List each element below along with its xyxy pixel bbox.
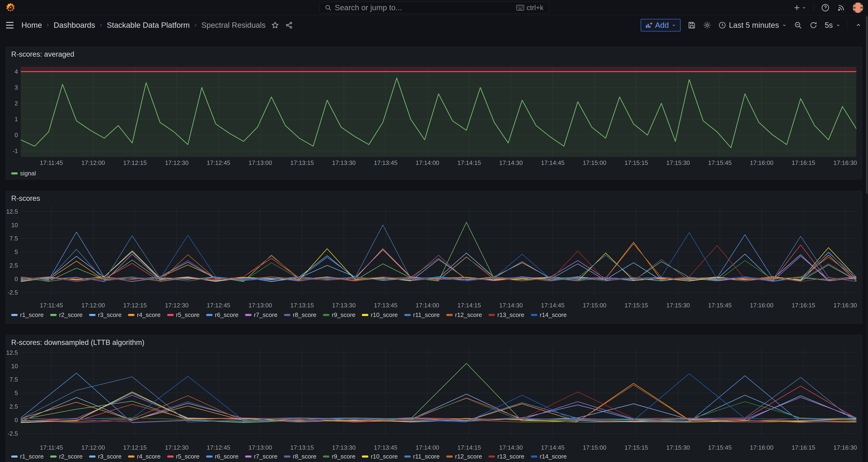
share-dashboard-button[interactable]: [285, 21, 293, 29]
refresh-button[interactable]: [809, 21, 818, 29]
zoom-out-icon: [794, 21, 802, 29]
legend-item-r5_score[interactable]: r5_score: [167, 453, 199, 460]
legend-item-r2_score[interactable]: r2_score: [50, 311, 83, 318]
legend-swatch: [245, 456, 252, 458]
x-axis-label: 17:13:45: [368, 302, 403, 309]
save-icon: [687, 21, 696, 29]
plot-area[interactable]: [21, 207, 856, 295]
dashboard-toolbar-row: Home Dashboards Stackable Data Platform …: [0, 16, 868, 35]
legend-item-r8_score[interactable]: r8_score: [284, 311, 316, 318]
legend-item-r11_score[interactable]: r11_score: [404, 453, 440, 460]
x-axis-label: 17:14:30: [494, 444, 529, 451]
x-axis-label: 17:12:00: [76, 159, 111, 166]
legend-item-r8_score[interactable]: r8_score: [284, 453, 316, 460]
legend-item-r10_score[interactable]: r10_score: [362, 453, 398, 460]
legend-item-r4_score[interactable]: r4_score: [128, 453, 160, 460]
legend-item-r13_score[interactable]: r13_score: [489, 453, 524, 460]
collapse-toolbar-button[interactable]: [855, 22, 862, 29]
x-axis-label: 17:15:45: [703, 444, 738, 451]
save-dashboard-button[interactable]: [687, 21, 696, 29]
chevron-down-icon: [782, 23, 787, 28]
legend-item-r14_score[interactable]: r14_score: [531, 453, 567, 460]
legend-item-r14_score[interactable]: r14_score: [531, 311, 567, 318]
legend-label: r11_score: [413, 311, 440, 318]
legend-label: r14_score: [540, 453, 567, 460]
legend-swatch: [284, 456, 290, 458]
legend-item-r9_score[interactable]: r9_score: [323, 311, 355, 318]
legend-item-r3_score[interactable]: r3_score: [89, 311, 121, 318]
legend-label: r6_score: [215, 311, 239, 318]
time-range-picker[interactable]: Last 5 minutes: [718, 21, 787, 30]
legend-swatch: [11, 456, 18, 458]
news-button[interactable]: [837, 3, 846, 12]
y-axis-label: 0: [6, 131, 18, 139]
menu-toggle-button[interactable]: [6, 22, 13, 28]
refresh-icon: [809, 21, 818, 29]
legend-item-r1_score[interactable]: r1_score: [11, 311, 43, 318]
legend-swatch: [128, 456, 134, 458]
x-axis-label: 17:14:00: [410, 302, 445, 309]
breadcrumb-folder[interactable]: Stackable Data Platform: [107, 21, 190, 30]
legend-item-r7_score[interactable]: r7_score: [245, 453, 277, 460]
search-icon: [324, 4, 332, 11]
legend-label: r1_score: [20, 453, 43, 460]
clock-icon: [718, 21, 726, 29]
x-axis-label: 17:15:30: [660, 444, 695, 451]
new-dashboard-button[interactable]: [793, 3, 807, 12]
x-axis-label: 17:15:30: [660, 302, 695, 309]
legend-item-r7_score[interactable]: r7_score: [245, 311, 277, 318]
legend: signal: [11, 170, 42, 177]
legend-swatch: [245, 314, 252, 316]
panel-r-scores-downsampled: R-scores: downsampled (LTTB algorithm) 1…: [6, 335, 862, 462]
page-scrollbar[interactable]: [866, 16, 868, 462]
add-panel-icon: [645, 21, 653, 29]
search-input[interactable]: Search or jump to... ctrl+k: [319, 2, 549, 14]
zoom-out-time-button[interactable]: [794, 21, 802, 29]
series-line-r14_score: [21, 374, 856, 422]
legend-item-r11_score[interactable]: r11_score: [404, 311, 440, 318]
legend-item-r3_score[interactable]: r3_score: [89, 453, 121, 460]
grafana-logo[interactable]: [5, 2, 16, 13]
x-axis-label: 17:16:15: [786, 159, 821, 166]
panel-title[interactable]: R-scores: downsampled (LTTB algorithm): [11, 338, 144, 347]
breadcrumb-dashboards[interactable]: Dashboards: [54, 21, 95, 30]
legend-item-r10_score[interactable]: r10_score: [362, 311, 398, 318]
legend-item-r6_score[interactable]: r6_score: [206, 311, 239, 318]
user-avatar[interactable]: [852, 2, 863, 13]
add-panel-button[interactable]: Add: [641, 19, 681, 31]
x-axis-label: 17:15:00: [577, 302, 612, 309]
plot-area[interactable]: [21, 67, 856, 157]
y-axis-label: -2.5: [6, 430, 18, 437]
legend-item-r1_score[interactable]: r1_score: [11, 453, 43, 460]
legend-swatch: [89, 456, 96, 458]
x-axis-label: 17:12:15: [118, 302, 153, 309]
legend-item-r2_score[interactable]: r2_score: [50, 453, 83, 460]
refresh-interval-picker[interactable]: 5s: [825, 21, 841, 30]
scrollbar-thumb[interactable]: [866, 16, 868, 193]
panel-title[interactable]: R-scores: averaged: [11, 50, 74, 59]
legend-item-r12_score[interactable]: r12_score: [446, 453, 482, 460]
legend-item-r9_score[interactable]: r9_score: [323, 453, 355, 460]
legend-label: r12_score: [455, 311, 482, 318]
star-icon: [271, 21, 279, 29]
legend-label: r2_score: [59, 453, 83, 460]
legend-item-r6_score[interactable]: r6_score: [206, 453, 239, 460]
x-axis-label: 17:11:45: [34, 159, 69, 166]
dashboard-settings-button[interactable]: [703, 21, 711, 29]
x-axis-label: 17:12:15: [118, 159, 153, 166]
keyboard-icon: [516, 5, 524, 11]
plot-area[interactable]: [21, 348, 856, 436]
breadcrumb-home[interactable]: Home: [22, 21, 42, 30]
legend-item-r4_score[interactable]: r4_score: [128, 311, 160, 318]
legend-item-signal[interactable]: signal: [11, 170, 36, 177]
refresh-interval-label: 5s: [825, 21, 833, 30]
help-button[interactable]: [821, 3, 830, 12]
favorite-dashboard-button[interactable]: [271, 21, 279, 29]
x-axis-label: 17:16:00: [744, 302, 779, 309]
legend-label: r9_score: [332, 453, 355, 460]
legend-item-r12_score[interactable]: r12_score: [446, 311, 482, 318]
legend-item-r13_score[interactable]: r13_score: [489, 311, 524, 318]
panel-title[interactable]: R-scores: [11, 194, 40, 203]
legend-swatch: [50, 456, 57, 458]
legend-item-r5_score[interactable]: r5_score: [167, 311, 199, 318]
